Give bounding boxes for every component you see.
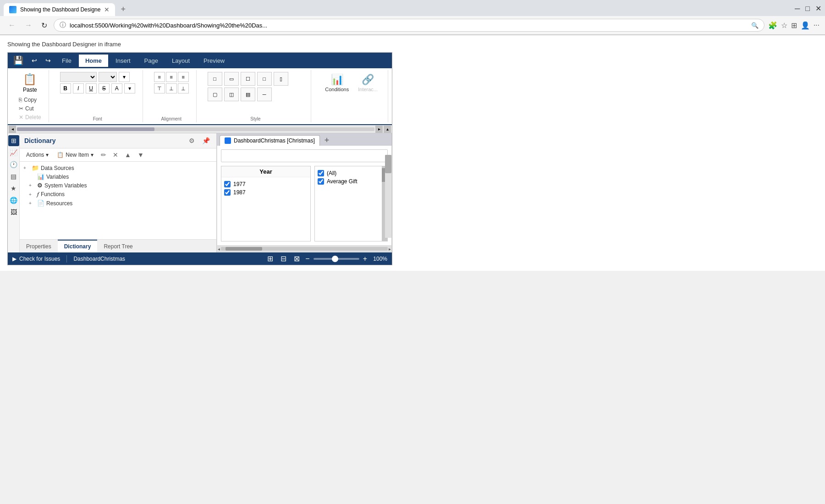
move-down-button[interactable]: ▼ xyxy=(136,150,146,159)
address-bar[interactable]: ⓘ 🔍 xyxy=(54,19,764,32)
panel-header: Dictionary ⚙ 📌 xyxy=(20,133,216,148)
zoom-minus-button[interactable]: − xyxy=(305,255,309,263)
sidebar-clock-button[interactable]: 🕐 xyxy=(8,159,19,170)
h-scroll-left-icon[interactable]: ◂ xyxy=(218,247,220,252)
extensions-icon[interactable]: 🧩 xyxy=(768,21,777,30)
settings-icon[interactable]: ··· xyxy=(814,21,820,29)
align-center-button[interactable]: ≡ xyxy=(166,72,177,82)
view-btn-3[interactable]: ⊠ xyxy=(292,254,302,263)
tab-page[interactable]: Page xyxy=(138,55,165,67)
filter-panel-content-left: 1977 1987 xyxy=(221,177,310,241)
h-scroll-right-icon[interactable]: ▸ xyxy=(389,247,391,252)
tab-layout[interactable]: Layout xyxy=(165,55,196,67)
refresh-button[interactable]: ↻ xyxy=(38,19,50,32)
italic-button[interactable]: I xyxy=(73,83,84,93)
tab-properties[interactable]: Properties xyxy=(20,240,58,252)
color-fill-btn[interactable]: ▤ xyxy=(241,88,255,101)
scroll-right-button[interactable]: ▸ xyxy=(375,126,383,133)
border-btn-1[interactable]: □ xyxy=(208,72,222,86)
url-input[interactable] xyxy=(70,22,748,29)
checkbox-1977[interactable] xyxy=(224,181,231,187)
sidebar-image-button[interactable]: 🖼 xyxy=(8,207,19,218)
border-btn-3[interactable]: ☐ xyxy=(241,72,255,86)
align-top-button[interactable]: ⊤ xyxy=(154,83,165,93)
browser-tab[interactable]: Showing the Dashboard Designe ✕ xyxy=(4,3,115,16)
bold-button[interactable]: B xyxy=(60,83,71,93)
add-canvas-tab-button[interactable]: + xyxy=(322,136,332,145)
minimize-icon[interactable]: ─ xyxy=(795,5,800,13)
view-btn-2[interactable]: ⊟ xyxy=(279,254,288,263)
tree-item-system-variables[interactable]: + ⚙ System Variables xyxy=(20,181,216,190)
tab-close-icon[interactable]: ✕ xyxy=(104,6,110,13)
underline-button[interactable]: U xyxy=(86,83,97,93)
tree-item-variables[interactable]: 📊 Variables xyxy=(20,172,216,181)
align-middle-button[interactable]: ⊥ xyxy=(166,83,177,93)
align-right-button[interactable]: ≡ xyxy=(178,72,189,82)
check-issues[interactable]: ▶ Check for Issues xyxy=(12,256,60,262)
border-btn-4[interactable]: □ xyxy=(257,72,272,86)
font-select[interactable] xyxy=(60,72,97,82)
back-button[interactable]: ← xyxy=(6,19,18,31)
move-up-button[interactable]: ▲ xyxy=(123,150,133,159)
border-btn-2[interactable]: ▭ xyxy=(224,72,239,86)
tab-file[interactable]: File xyxy=(55,55,78,67)
sidebar-chart-button[interactable]: 📈 xyxy=(8,147,19,158)
tree-item-functions[interactable]: + 𝑓 Functions xyxy=(20,190,216,199)
new-tab-button[interactable]: + xyxy=(117,3,129,16)
interactions-button[interactable]: 🔗 Interac... xyxy=(355,72,380,94)
variables-label: Variables xyxy=(46,174,69,180)
close-icon[interactable]: ✕ xyxy=(815,4,821,13)
tree-item-data-sources[interactable]: + 📁 Data Sources xyxy=(20,164,216,172)
sidebar-star-button[interactable]: ★ xyxy=(8,183,19,194)
actions-button[interactable]: Actions ▾ xyxy=(23,151,51,159)
tab-report-tree[interactable]: Report Tree xyxy=(97,240,139,252)
undo-button[interactable]: ↩ xyxy=(28,54,41,67)
size-select[interactable] xyxy=(99,72,117,82)
tab-preview[interactable]: Preview xyxy=(197,55,231,67)
strikethrough-button[interactable]: S xyxy=(99,83,110,93)
tab-dictionary[interactable]: Dictionary xyxy=(58,240,98,252)
pin-panel-button[interactable]: 📌 xyxy=(200,136,212,145)
sidebar-grid-button[interactable]: ⊞ xyxy=(8,135,19,146)
border-btn-6[interactable]: ▢ xyxy=(208,88,222,101)
tree-item-resources[interactable]: + 📄 Resources xyxy=(20,199,216,208)
zoom-slider[interactable] xyxy=(314,258,359,260)
scroll-up-button[interactable]: ▴ xyxy=(384,126,391,133)
align-bottom-button[interactable]: ⊥ xyxy=(178,83,189,93)
redo-button[interactable]: ↪ xyxy=(42,54,55,67)
border-color-btn[interactable]: ─ xyxy=(257,88,272,101)
tab-insert[interactable]: Insert xyxy=(109,55,137,67)
checkbox-avg-gift[interactable] xyxy=(318,178,324,185)
new-item-button[interactable]: 📋 New Item ▾ xyxy=(54,151,96,159)
align-left-button[interactable]: ≡ xyxy=(154,72,165,82)
canvas-tab-dashboard[interactable]: DashboardChristmas [Christmas] xyxy=(220,135,320,146)
collections-icon[interactable]: ⊞ xyxy=(791,21,797,30)
paste-button[interactable]: 📋 Paste xyxy=(19,71,41,95)
view-btn-1[interactable]: ⊞ xyxy=(265,254,275,263)
scroll-left-button[interactable]: ◂ xyxy=(9,126,16,133)
favorites-icon[interactable]: ☆ xyxy=(781,21,787,30)
maximize-icon[interactable]: □ xyxy=(805,5,810,13)
checkbox-all[interactable] xyxy=(318,170,324,176)
save-button[interactable]: 💾 xyxy=(10,53,27,68)
checkbox-1987[interactable] xyxy=(224,189,231,196)
fill-btn[interactable]: ◫ xyxy=(224,88,239,101)
dropdown2-btn[interactable]: ▾ xyxy=(124,83,135,93)
sidebar-table-button[interactable]: ▤ xyxy=(8,171,19,182)
zoom-plus-button[interactable]: + xyxy=(363,255,367,263)
dropdown-btn[interactable]: ▾ xyxy=(119,72,130,82)
settings-panel-button[interactable]: ⚙ xyxy=(187,136,197,145)
cut-button[interactable]: ✂ Cut xyxy=(16,104,44,113)
color-button[interactable]: A xyxy=(111,83,122,93)
border-btn-5[interactable]: ▯ xyxy=(274,72,288,86)
tab-home[interactable]: Home xyxy=(79,55,108,67)
profile-icon[interactable]: 👤 xyxy=(801,21,810,30)
edit-button[interactable]: ✏ xyxy=(99,150,108,159)
copy-button[interactable]: ⎘ Copy xyxy=(16,96,44,104)
delete-button[interactable]: ✕ Delete xyxy=(16,113,44,121)
forward-button[interactable]: → xyxy=(22,19,35,31)
actions-arrow-icon: ▾ xyxy=(46,152,49,158)
sidebar-globe-button[interactable]: 🌐 xyxy=(8,195,19,206)
remove-button[interactable]: ✕ xyxy=(111,150,120,159)
conditions-button[interactable]: 📊 Conditions xyxy=(322,72,352,94)
